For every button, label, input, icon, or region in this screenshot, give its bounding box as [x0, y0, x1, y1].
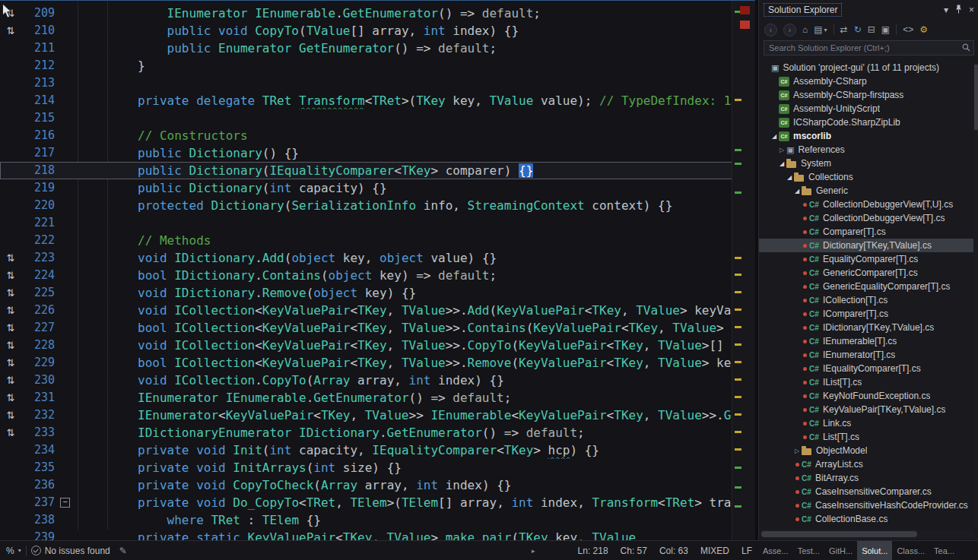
tree-item[interactable]: C#CaseInsensitiveHashCodeProvider.cs — [759, 498, 973, 512]
code-text[interactable]: void ICollection<KeyValuePair<TKey, TVal… — [75, 302, 732, 319]
tree-item[interactable]: C#IList[T].cs — [759, 375, 973, 389]
implements-icon[interactable]: ⇅ — [7, 270, 15, 281]
line-number[interactable]: 235 — [21, 459, 56, 476]
tree-item[interactable]: ◢Collections — [759, 170, 973, 184]
tree-item[interactable]: C#GenericComparer[T].cs — [759, 266, 973, 280]
eol-indicator[interactable]: LF — [735, 546, 758, 556]
fold-margin[interactable] — [56, 459, 75, 476]
tree-item[interactable]: C#ICollection[T].cs — [759, 293, 973, 307]
breakpoint-margin[interactable]: ⇅ — [0, 22, 21, 40]
tree-vertical-scrollbar[interactable] — [973, 61, 978, 528]
code-line[interactable]: ⇅231 IEnumerator IEnumerable.GetEnumerat… — [0, 389, 732, 407]
encoding-indicator[interactable]: MIXED — [694, 546, 735, 556]
code-line[interactable]: 221 — [0, 214, 732, 232]
code-line[interactable]: ⇅223 void IDictionary.Add(object key, ob… — [0, 249, 732, 267]
code-line[interactable]: 219 public Dictionary(int capacity) {} — [0, 179, 732, 197]
line-number[interactable]: 223 — [21, 249, 56, 267]
tree-item[interactable]: ▷▣References — [759, 143, 973, 157]
fold-margin[interactable] — [56, 267, 75, 284]
caret-mode-icon[interactable]: ▸ — [527, 547, 540, 555]
breakpoint-margin[interactable] — [0, 57, 21, 74]
scrollbar-thumb[interactable] — [761, 531, 917, 537]
fold-margin[interactable] — [56, 372, 75, 389]
code-line[interactable]: ⇅209 IEnumerator IEnumerable.GetEnumerat… — [0, 5, 732, 22]
tree-item[interactable]: ▷ObjectModel — [759, 444, 973, 457]
tree-item[interactable]: C#Assembly-UnityScript — [759, 102, 973, 115]
tree-item[interactable]: C#Assembly-CSharp-firstpass — [759, 88, 973, 102]
fold-margin[interactable] — [56, 197, 75, 214]
fold-margin[interactable] — [56, 5, 75, 22]
code-line[interactable]: 213 — [0, 74, 732, 92]
line-number[interactable]: 225 — [21, 284, 56, 302]
panel-tab[interactable]: Class... — [892, 541, 929, 560]
code-text[interactable]: IEnumerator IEnumerable.GetEnumerator() … — [75, 5, 732, 22]
panel-tab[interactable]: GitH... — [824, 541, 857, 560]
line-number[interactable]: 219 — [21, 179, 56, 197]
code-line[interactable]: 222 // Methods — [0, 232, 732, 249]
fold-margin[interactable] — [56, 389, 75, 407]
tree-item[interactable]: C#CaseInsensitiveComparer.cs — [759, 485, 973, 498]
line-number[interactable]: 232 — [21, 407, 56, 424]
line-number[interactable]: 231 — [21, 389, 56, 407]
tree-item[interactable]: C#IDictionary[TKey,TValue].cs — [759, 321, 973, 334]
line-number[interactable]: 215 — [21, 109, 56, 127]
code-line[interactable]: 234 private void Init(int capacity, IEqu… — [0, 441, 732, 459]
tree-item[interactable]: C#ArrayList.cs — [759, 457, 973, 471]
fold-margin[interactable] — [56, 407, 75, 424]
tree-item[interactable]: ◢System — [759, 157, 973, 170]
code-text[interactable]: private void InitArrays(int size) {} — [75, 459, 732, 476]
fold-margin[interactable] — [56, 214, 75, 232]
code-text[interactable]: bool ICollection<KeyValuePair<TKey, TVal… — [75, 319, 732, 337]
code-line[interactable]: 235 private void InitArrays(int size) {} — [0, 459, 732, 476]
tree-item[interactable]: C#IComparer[T].cs — [759, 307, 973, 321]
expander-icon[interactable]: ▷ — [792, 448, 802, 454]
tree-item[interactable]: C#List[T].cs — [759, 430, 973, 444]
panel-tab[interactable]: Solut... — [857, 541, 892, 560]
collapse-box-icon[interactable]: − — [60, 498, 70, 508]
line-number[interactable]: 227 — [21, 319, 56, 337]
line-indicator[interactable]: Ln: 218 — [572, 546, 614, 556]
expander-icon[interactable]: ◢ — [777, 160, 786, 167]
line-number[interactable]: 229 — [21, 354, 56, 372]
code-line[interactable]: 217 public Dictionary() {} — [0, 144, 732, 162]
line-number[interactable]: 224 — [21, 267, 56, 284]
code-line[interactable]: ⇅225 void IDictionary.Remove(object key)… — [0, 284, 732, 302]
tree-item[interactable]: C#ICSharpCode.SharpZipLib — [759, 115, 973, 129]
tree-item[interactable]: ◢C#mscorlib — [759, 129, 973, 143]
code-text[interactable]: IDictionaryEnumerator IDictionary.GetEnu… — [75, 424, 732, 441]
breakpoint-margin[interactable]: ⇅ — [0, 407, 21, 424]
fold-margin[interactable] — [56, 40, 75, 57]
breakpoint-margin[interactable]: ⇅ — [0, 319, 21, 337]
code-text[interactable]: // Methods — [75, 232, 732, 249]
code-text[interactable]: void IDictionary.Remove(object key) {} — [75, 284, 732, 302]
line-number[interactable]: 230 — [21, 372, 56, 389]
tree-item[interactable]: C#Comparer[T].cs — [759, 225, 973, 239]
code-line[interactable]: 239 private static KeyValuePair<TKey, TV… — [0, 529, 732, 540]
scrollbar-thumb[interactable] — [974, 65, 978, 130]
fold-margin[interactable] — [56, 284, 75, 302]
implements-icon[interactable]: ⇅ — [7, 287, 15, 299]
expander-icon[interactable]: ◢ — [792, 188, 802, 195]
code-text[interactable]: } — [75, 57, 732, 74]
fold-margin[interactable] — [56, 424, 75, 441]
code-text[interactable]: public Dictionary() {} — [75, 144, 732, 162]
tree-item[interactable]: C#IEqualityComparer[T].cs — [759, 362, 973, 375]
code-line[interactable]: 236 private void CopyToCheck(Array array… — [0, 476, 732, 494]
breakpoint-margin[interactable] — [0, 144, 21, 162]
line-number[interactable]: 222 — [21, 232, 56, 249]
line-number[interactable]: 209 — [21, 5, 56, 22]
code-text[interactable]: // Constructors — [75, 127, 732, 144]
implements-icon[interactable]: ⇅ — [7, 392, 15, 403]
nav-forward-icon[interactable]: › — [783, 24, 796, 36]
line-number[interactable]: 233 — [21, 424, 56, 441]
fold-margin[interactable] — [56, 337, 75, 354]
search-input[interactable] — [764, 40, 974, 55]
code-line[interactable]: ⇅210 public void CopyTo(TValue[] array, … — [0, 22, 732, 40]
line-number[interactable]: 214 — [21, 92, 56, 109]
code-text[interactable]: private void CopyToCheck(Array array, in… — [75, 476, 732, 494]
fold-margin[interactable] — [56, 74, 75, 92]
line-number[interactable]: 217 — [21, 144, 56, 162]
fold-margin[interactable] — [56, 302, 75, 319]
code-text[interactable] — [75, 74, 732, 92]
column-indicator[interactable]: Col: 63 — [653, 546, 694, 556]
